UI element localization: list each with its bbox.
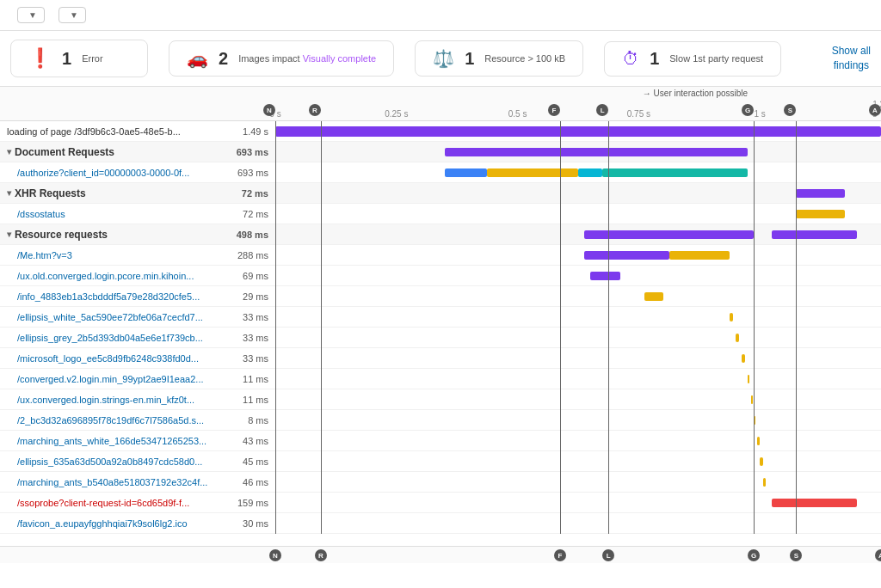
marker-line-L [608, 204, 609, 224]
item-label[interactable]: /ux.converged.login.strings-en.min_kfz0t… [17, 395, 194, 405]
marker-line-S [796, 493, 797, 513]
item-label[interactable]: /ellipsis_635a63d500a92a0b8497cdc58d0... [17, 456, 202, 467]
item-label[interactable]: /marching_ants_white_166de53471265253... [17, 436, 206, 446]
row-duration: 11 ms [243, 374, 275, 384]
left-panel-cell: /marching_ants_white_166de53471265253...… [0, 436, 275, 446]
marker-line-F [560, 183, 561, 204]
item-label[interactable]: /favicon_a.eupayfgghhqiai7k9sol6lg2.ico [17, 518, 188, 529]
section-toggle[interactable]: ▾ [7, 188, 11, 198]
item-label[interactable]: /Me.htm?v=3 [17, 250, 72, 260]
marker-line-L [608, 266, 609, 286]
marker-line-S [796, 142, 797, 162]
left-panel-cell: /favicon_a.eupayfgghhqiai7k9sol6lg2.ico3… [0, 518, 275, 529]
focus-dropdown[interactable]: ▼ [17, 7, 45, 23]
right-panel-cell [275, 328, 881, 348]
time-label-3: 0.75 s [627, 109, 650, 119]
marker-line-F [560, 493, 561, 513]
right-panel-header: → User interaction possible 0 s0.25 s0.5… [275, 87, 881, 120]
bar-0 [730, 313, 733, 322]
marker-top-N: N [263, 104, 275, 116]
marker-top-L: L [596, 104, 608, 116]
right-panel-cell [275, 307, 881, 328]
marker-top-A: A [869, 104, 881, 116]
top-bar: ▼ ▼ [0, 0, 881, 31]
marker-bottom-N: N [269, 549, 281, 561]
item-label[interactable]: /microsoft_logo_ee5c8d9fb6248c938fd0d... [17, 353, 199, 364]
item-label[interactable]: /authorize?client_id=00000003-0000-0f... [17, 168, 189, 178]
marker-line-G [754, 369, 755, 389]
findings-bar: ❗1Error🚗2Images impact Visually complete… [0, 31, 881, 87]
bar-0 [584, 251, 669, 260]
section-toggle[interactable]: ▾ [7, 230, 11, 239]
group-dropdown[interactable]: ▼ [59, 7, 86, 23]
item-label[interactable]: /info_4883eb1a3cbdddf5a79e28d320cfe5... [17, 291, 200, 302]
images-icon: 🚗 [187, 48, 208, 69]
finding-label: Error [82, 52, 102, 64]
section-row: ▾Document Requests693 ms [0, 142, 881, 162]
row-duration: 159 ms [237, 498, 275, 508]
marker-line-L [608, 389, 609, 410]
right-panel-cell [275, 286, 881, 307]
error-icon: ❗ [28, 47, 52, 70]
section-row: ▾XHR Requests72 ms [0, 183, 881, 204]
table-row: /ellipsis_635a63d500a92a0b8497cdc58d0...… [0, 451, 881, 472]
marker-line-S [796, 431, 797, 451]
item-label[interactable]: /2_bc3d32a696895f78c19df6c7l7586a5d.s... [17, 415, 204, 426]
marker-line-R [321, 348, 322, 369]
marker-line-N [275, 369, 276, 389]
section-name: Resource requests [15, 229, 108, 241]
marker-bottom-A: A [875, 549, 881, 561]
left-panel-cell: /converged.v2.login.min_99ypt2ae9I1eaa2.… [0, 374, 275, 384]
right-panel-cell [275, 348, 881, 369]
time-label-4: 1 s [755, 109, 766, 119]
bar-0 [742, 354, 745, 363]
bar-2 [578, 168, 602, 177]
finding-item-images: 🚗2Images impact Visually complete [169, 40, 394, 77]
marker-bottom-R: R [315, 549, 327, 561]
timeline-header: → User interaction possible 0 s0.25 s0.5… [0, 87, 881, 121]
row-duration: 8 ms [248, 415, 275, 426]
marker-line-F [560, 204, 561, 224]
section-toggle[interactable]: ▾ [7, 147, 11, 156]
marker-line-F [560, 307, 561, 328]
marker-line-R [321, 513, 322, 534]
waterfall-rows: loading of page /3df9b6c3-0ae5-48e5-b...… [0, 121, 881, 546]
show-all-findings-button[interactable]: Show all findings [832, 44, 871, 73]
marker-line-N [275, 224, 276, 245]
marker-line-N [275, 493, 276, 513]
finding-count: 1 [62, 49, 71, 69]
marker-line-G [754, 162, 755, 183]
highlight-label: Visually complete [303, 53, 376, 64]
marker-line-S [796, 328, 797, 348]
item-label[interactable]: /ellipsis_white_5ac590ee72bfe06a7cecfd7.… [17, 312, 203, 322]
marker-line-G [754, 348, 755, 369]
right-panel-cell [275, 451, 881, 472]
left-panel-cell: /authorize?client_id=00000003-0000-0f...… [0, 168, 275, 178]
marker-line-F [560, 224, 561, 245]
item-label[interactable]: /converged.v2.login.min_99ypt2ae9I1eaa2.… [17, 374, 204, 384]
table-row: /Me.htm?v=3288 ms [0, 245, 881, 266]
bar-0 [796, 189, 844, 198]
finding-item-resource: ⚖️1Resource > 100 kB [415, 40, 583, 77]
row-duration: 72 ms [243, 209, 275, 219]
right-panel-cell [275, 204, 881, 224]
row-duration: 693 ms [237, 147, 275, 157]
left-panel-header [0, 87, 275, 120]
waterfall-container: → User interaction possible 0 s0.25 s0.5… [0, 87, 881, 563]
table-row: /ux.converged.login.strings-en.min_kfz0t… [0, 389, 881, 410]
bar-0 [757, 437, 761, 445]
right-panel-cell [275, 513, 881, 534]
item-label[interactable]: /ux.old.converged.login.pcore.min.kihoin… [17, 271, 194, 281]
item-label[interactable]: /ssoprobe?client-request-id=6cd65d9f-f..… [17, 498, 189, 508]
item-label[interactable]: /dssostatus [17, 209, 65, 219]
left-panel-cell: /ellipsis_white_5ac590ee72bfe06a7cecfd7.… [0, 312, 275, 322]
bar-1 [772, 230, 857, 239]
item-label[interactable]: /ellipsis_grey_2b5d393db04a5e6e1f739cb..… [17, 333, 203, 343]
marker-line-R [321, 493, 322, 513]
focus-dropdown-arrow: ▼ [28, 10, 37, 20]
table-row: /ux.old.converged.login.pcore.min.kihoin… [0, 266, 881, 286]
marker-top-G: G [742, 104, 754, 116]
left-panel-cell: loading of page /3df9b6c3-0ae5-48e5-b...… [0, 126, 275, 137]
item-label[interactable]: /marching_ants_b540a8e518037192e32c4f... [17, 477, 207, 487]
marker-line-L [608, 224, 609, 245]
